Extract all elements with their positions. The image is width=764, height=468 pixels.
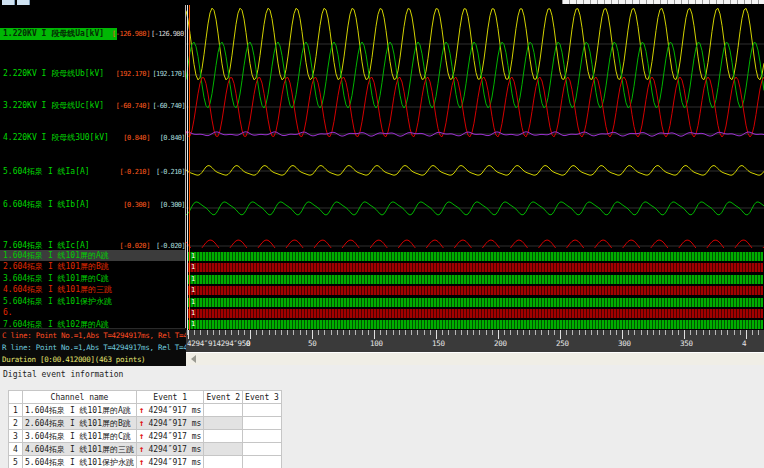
event1-time: 4294″917 ms	[148, 419, 201, 428]
event-table-row-4[interactable]: 44.604拓泉 I 线101屏的三跳↑4294″917 ms	[9, 443, 282, 456]
fault-recorder-window: 1.220KV I 段母线Ua[kV][-126.980][-126.980]2…	[0, 0, 764, 468]
digital-channel-label-6[interactable]: 6.	[0, 307, 186, 318]
event3-cell	[243, 443, 282, 456]
axis-abs-time-label: 4294″914294″950	[187, 339, 250, 348]
analog-channel-label-3[interactable]: 3.220KV I 段母线Uc[kV][-60.740][-60.740]	[0, 100, 186, 112]
waveform-trace-7	[186, 240, 764, 248]
event1-cell: ↑4294″917 ms	[136, 404, 203, 417]
channel-name: 6.604拓泉 I 线Ib[A]	[3, 199, 115, 211]
analog-channel-label-2[interactable]: 2.220KV I 段母线Ub[kV][192.170][192.170]	[0, 68, 186, 80]
event-channel-name: 3.604拓泉 I 线101屏的C跳	[23, 430, 137, 443]
r-cursor-value: [-126.980]	[151, 28, 185, 40]
rising-edge-icon: ↑	[139, 431, 144, 441]
analog-channel-label-4[interactable]: 4.220KV I 段母线3U0[kV][0.840][0.840]	[0, 132, 186, 144]
rising-edge-icon: ↑	[139, 405, 144, 415]
event2-cell	[204, 417, 243, 430]
digital-bar-2[interactable]: 1	[188, 263, 763, 272]
time-axis[interactable]: 4294″914294″9500501001502002503003504	[186, 330, 764, 352]
digital-bar-6[interactable]: 1	[188, 309, 763, 318]
digital-state-value: 1	[191, 320, 195, 329]
digital-state-value: 1	[191, 252, 195, 261]
cursor-status-box: C line: Point No.=1,Abs T=4294917ms, Rel…	[0, 328, 186, 366]
channel-name: 4.220KV I 段母线3U0[kV]	[3, 132, 115, 144]
digital-channel-label-4[interactable]: 4.604拓泉 I 线101屏的三跳	[0, 284, 186, 295]
digital-bar-5[interactable]: 1	[188, 298, 763, 307]
r-cursor-line[interactable]	[187, 5, 188, 248]
axis-tick-label-0: 0	[246, 339, 250, 348]
event1-time: 4294″917 ms	[148, 406, 201, 415]
analog-waveform-plot[interactable]	[186, 5, 764, 248]
analog-channel-label-1[interactable]: 1.220KV I 段母线Ua[kV][-126.980][-126.980]	[0, 28, 186, 40]
event2-cell	[204, 404, 243, 417]
axis-tick-label-50: 50	[308, 339, 316, 348]
channel-name: 5.604拓泉 I 线Ia[A]	[3, 166, 115, 178]
event3-cell	[243, 456, 282, 468]
event3-cell	[243, 430, 282, 443]
c-cursor-value: [-0.210]	[103, 166, 150, 178]
event3-cell	[243, 404, 282, 417]
digital-state-value: 1	[191, 286, 195, 295]
digital-channel-label-5[interactable]: 5.604拓泉 I 线101保护永跳	[0, 296, 186, 307]
analog-channel-label-5[interactable]: 5.604拓泉 I 线Ia[A][-0.210][-0.210]	[0, 166, 186, 178]
scroll-left-icon[interactable]	[191, 355, 196, 363]
axis-tick-label-100: 100	[370, 339, 383, 348]
duration-status: Duration [0:00.412000](463 points)	[2, 355, 186, 364]
event1-cell: ↑4294″917 ms	[136, 443, 203, 456]
rising-edge-icon: ↑	[139, 444, 144, 454]
channel-name: 2.220KV I 段母线Ub[kV]	[3, 68, 115, 80]
analog-channel-label-6[interactable]: 6.604拓泉 I 线Ib[A][0.300][0.300]	[0, 199, 186, 211]
event-table-col-event-2: Event 2	[204, 391, 243, 404]
digital-channel-label-1[interactable]: 1.604拓泉 I 线101屏的A跳	[0, 250, 186, 261]
row-number: 3	[9, 430, 23, 443]
event3-cell	[243, 417, 282, 430]
r-cursor-value: [-0.210]	[151, 166, 185, 178]
event1-cell: ↑4294″917 ms	[136, 456, 203, 468]
digital-channel-label-3[interactable]: 3.604拓泉 I 线101屏的C跳	[0, 273, 186, 284]
event-channel-name: 2.604拓泉 I 线101屏的B跳	[23, 417, 137, 430]
time-axis-ruler	[186, 330, 764, 339]
event-channel-name: 4.604拓泉 I 线101屏的三跳	[23, 443, 137, 456]
event-info-title: Digital event information	[3, 370, 123, 379]
axis-tick-label-350: 350	[680, 339, 693, 348]
event-table-row-2[interactable]: 22.604拓泉 I 线101屏的B跳↑4294″917 ms	[9, 417, 282, 430]
c-cursor-line[interactable]	[189, 5, 190, 248]
r-cursor-value: [0.840]	[151, 132, 185, 144]
axis-tick-label-200: 200	[494, 339, 507, 348]
event-table-row-5[interactable]: 55.604拓泉 I 线101保护永跳↑4294″917 ms	[9, 456, 282, 468]
row-number: 4	[9, 443, 23, 456]
digital-trace-plot[interactable]: 1111111	[186, 248, 764, 330]
c-cursor-line[interactable]	[189, 248, 190, 330]
row-number: 2	[9, 417, 23, 430]
c-cursor-value: [0.300]	[103, 199, 150, 211]
event2-cell	[204, 456, 243, 468]
digital-bar-4[interactable]: 1	[188, 286, 763, 295]
digital-state-value: 1	[191, 275, 195, 284]
digital-bar-7[interactable]: 1	[188, 320, 763, 329]
event2-cell	[204, 430, 243, 443]
r-cursor-value: [-60.740]	[151, 100, 185, 112]
channel-name: 1.220KV I 段母线Ua[kV]	[3, 28, 115, 40]
top-ruler	[562, 0, 764, 4]
event1-time: 4294″917 ms	[148, 445, 201, 454]
event1-time: 4294″917 ms	[148, 432, 201, 441]
digital-bar-1[interactable]: 1	[188, 252, 763, 261]
digital-bar-3[interactable]: 1	[188, 275, 763, 284]
event-channel-name: 5.604拓泉 I 线101保护永跳	[23, 456, 137, 468]
horizontal-scrollbar[interactable]	[186, 352, 764, 366]
r-cursor-value: [192.170]	[151, 68, 185, 80]
digital-channel-label-2[interactable]: 2.604拓泉 I 线101屏的B跳	[0, 261, 186, 272]
r-cursor-line[interactable]	[187, 248, 188, 330]
digital-state-value: 1	[191, 309, 195, 318]
digital-state-value: 1	[191, 263, 195, 272]
c-cursor-value: [-126.980]	[103, 28, 150, 40]
rising-edge-icon: ↑	[139, 418, 144, 428]
waveform-svg	[186, 5, 764, 248]
digital-event-table[interactable]: Channel nameEvent 1Event 2Event 3 11.604…	[8, 390, 282, 468]
event-table-col-num	[9, 391, 23, 404]
event-table-row-1[interactable]: 11.604拓泉 I 线101屏的A跳↑4294″917 ms	[9, 404, 282, 417]
c-cursor-value: [192.170]	[103, 68, 150, 80]
row-number: 1	[9, 404, 23, 417]
event-table-row-3[interactable]: 33.604拓泉 I 线101屏的C跳↑4294″917 ms	[9, 430, 282, 443]
event-table-header: Channel nameEvent 1Event 2Event 3	[9, 391, 282, 404]
event-table-col-channel-name: Channel name	[23, 391, 137, 404]
